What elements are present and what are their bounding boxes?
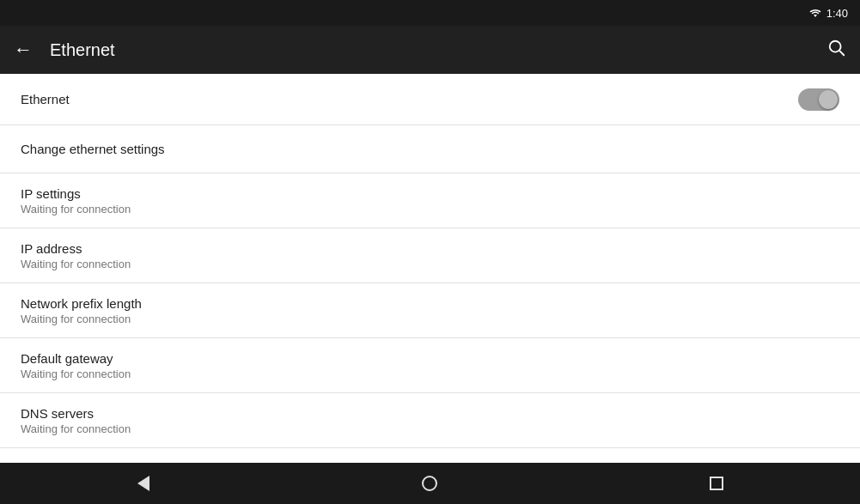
default-gateway-subtitle: Waiting for connection <box>21 367 839 380</box>
app-bar-left: ← Ethernet <box>14 39 115 61</box>
ip-settings-title: IP settings <box>21 186 839 201</box>
back-nav-icon <box>137 476 149 491</box>
svg-marker-0 <box>814 15 817 17</box>
dns-servers-subtitle: Waiting for connection <box>21 422 839 435</box>
home-nav-button[interactable] <box>404 463 455 504</box>
ethernet-toggle-row[interactable]: Ethernet <box>0 74 860 125</box>
nav-bar <box>0 463 860 504</box>
default-gateway-title: Default gateway <box>21 351 839 366</box>
ip-settings-row[interactable]: IP settings Waiting for connection <box>0 173 860 228</box>
recents-nav-icon <box>710 477 723 490</box>
dns-servers-title: DNS servers <box>21 406 839 421</box>
ip-settings-subtitle: Waiting for connection <box>21 203 839 216</box>
search-button[interactable] <box>827 39 846 62</box>
wifi-icon <box>809 8 821 18</box>
ip-address-subtitle: Waiting for connection <box>21 258 839 270</box>
status-icons: 1:40 <box>809 7 848 20</box>
network-prefix-row[interactable]: Network prefix length Waiting for connec… <box>0 283 860 338</box>
back-button[interactable]: ← <box>14 39 33 61</box>
home-nav-icon <box>422 476 437 491</box>
ethernet-toggle-switch[interactable] <box>798 88 839 111</box>
change-settings-label: Change ethernet settings <box>21 142 165 156</box>
page-title: Ethernet <box>50 40 115 60</box>
status-time: 1:40 <box>826 7 848 20</box>
ip-address-row[interactable]: IP address Waiting for connection <box>0 228 860 283</box>
dns-servers-row[interactable]: DNS servers Waiting for connection <box>0 393 860 448</box>
change-settings-row[interactable]: Change ethernet settings <box>0 125 860 173</box>
ip-address-title: IP address <box>21 241 839 256</box>
default-gateway-row[interactable]: Default gateway Waiting for connection <box>0 338 860 393</box>
app-bar: ← Ethernet <box>0 26 860 74</box>
network-prefix-title: Network prefix length <box>21 296 839 311</box>
content-area: Ethernet Change ethernet settings IP set… <box>0 74 860 463</box>
toggle-thumb <box>819 90 838 109</box>
search-icon <box>827 39 846 58</box>
ethernet-toggle-label: Ethernet <box>21 92 70 106</box>
back-nav-button[interactable] <box>118 463 169 504</box>
svg-line-2 <box>839 51 844 55</box>
toggle-track <box>798 88 839 111</box>
status-bar: 1:40 <box>0 0 860 26</box>
network-prefix-subtitle: Waiting for connection <box>21 313 839 325</box>
recents-nav-button[interactable] <box>691 463 742 504</box>
